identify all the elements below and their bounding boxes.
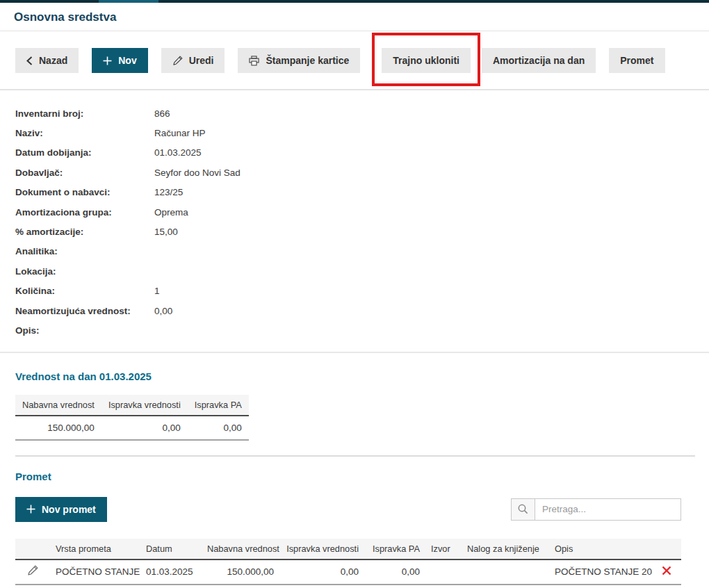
field-label: Dokument o nabavci: xyxy=(15,187,154,197)
cell-opis: POČETNO STANJE 2025 xyxy=(549,560,652,585)
back-button[interactable]: Nazad xyxy=(15,48,79,73)
field-value: Oprema xyxy=(154,207,188,218)
field-row-datum-dobijanja: Datum dobijanja: 01.03.2025 xyxy=(15,143,695,163)
cell-nabavna-vrednost: 150.000,00 xyxy=(202,560,279,585)
toolbar: Nazad Nov Uredi Štampanje kartice Trajno… xyxy=(0,31,709,90)
field-label: Dobavljač: xyxy=(15,168,154,178)
field-row-neamortizujuca-vrednost: Neamortizujuća vrednost: 0,00 xyxy=(15,301,695,320)
field-row-dobavljac: Dobavljač: Seyfor doo Novi Sad xyxy=(15,163,695,182)
field-label: Naziv: xyxy=(15,128,154,138)
row-delete-button[interactable] xyxy=(660,564,674,580)
search-icon xyxy=(512,499,535,520)
top-bar-segment xyxy=(99,0,158,3)
remove-button-annotation-wrap: Trajno ukloniti xyxy=(382,48,471,73)
remove-permanently-button-label: Trajno ukloniti xyxy=(393,55,459,66)
cell-ispravka-pa: 0,00 xyxy=(364,560,425,585)
search-input[interactable] xyxy=(535,499,681,520)
promet-controls-row: Nov promet xyxy=(15,497,681,522)
promet-table: Vrsta prometa Datum Nabavna vrednost Isp… xyxy=(15,539,681,585)
col-nalog-za-knjizenje: Nalog za knjiženje xyxy=(462,539,549,560)
value-table: Nabavna vrednost Ispravka vrednosti Ispr… xyxy=(15,395,249,441)
field-value: 866 xyxy=(154,108,170,119)
cell-ispravka-vrednosti: 0,00 xyxy=(101,416,188,440)
cell-nalog-za-knjizenje xyxy=(462,560,549,585)
value-on-date-title: Vrednost na dan 01.03.2025 xyxy=(15,370,695,382)
new-button[interactable]: Nov xyxy=(92,48,147,73)
page-header: Osnovna sredstva xyxy=(0,3,709,31)
field-row-lokacija: Lokacija: xyxy=(15,261,695,281)
value-table-row: 150.000,00 0,00 0,00 xyxy=(15,416,249,440)
field-value: 1 xyxy=(154,286,160,296)
col-izvor: Izvor xyxy=(425,539,462,560)
col-ispravka-vrednosti: Ispravka vrednosti xyxy=(101,395,188,416)
remove-permanently-button[interactable]: Trajno ukloniti xyxy=(382,48,471,73)
amortization-on-date-button[interactable]: Amortizacija na dan xyxy=(482,48,596,73)
amortization-on-date-button-label: Amortizacija na dan xyxy=(493,55,585,66)
printer-icon xyxy=(249,56,259,66)
promet-table-header-row: Vrsta prometa Datum Nabavna vrednost Isp… xyxy=(15,539,681,560)
field-value: Seyfor doo Novi Sad xyxy=(154,168,241,178)
field-row-naziv: Naziv: Računar HP xyxy=(15,123,695,142)
value-on-date-section: Vrednost na dan 01.03.2025 Nabavna vredn… xyxy=(0,353,709,457)
col-ispravka-vrednosti: Ispravka vrednosti xyxy=(279,539,364,560)
plus-icon xyxy=(26,505,35,514)
print-card-button-label: Štampanje kartice xyxy=(266,55,349,66)
col-vrsta-prometa: Vrsta prometa xyxy=(50,539,140,560)
field-row-analitika: Analitika: xyxy=(15,242,695,261)
search-box xyxy=(511,498,681,521)
col-opis: Opis xyxy=(549,539,652,560)
row-edit-button[interactable] xyxy=(26,564,40,580)
field-row-kolicina: Količina: 1 xyxy=(15,281,695,301)
field-value: 0,00 xyxy=(154,306,172,316)
top-browser-bar xyxy=(0,0,709,3)
plus-icon xyxy=(103,56,112,65)
field-label: Lokacija: xyxy=(15,266,154,277)
page-title: Osnovna sredstva xyxy=(14,10,116,24)
field-value: 123/25 xyxy=(154,187,183,197)
col-edit xyxy=(15,539,50,560)
back-button-label: Nazad xyxy=(39,55,67,66)
field-row-dokument-o-nabavci: Dokument o nabavci: 123/25 xyxy=(15,183,695,202)
field-value: Računar HP xyxy=(154,128,206,138)
field-label: Datum dobijanja: xyxy=(15,147,154,158)
asset-details: Inventarni broj: 866 Naziv: Računar HP D… xyxy=(0,90,709,353)
col-nabavna-vrednost: Nabavna vrednost xyxy=(15,395,101,416)
col-ispravka-pa: Ispravka PA xyxy=(188,395,249,416)
col-nabavna-vrednost: Nabavna vrednost xyxy=(202,539,279,560)
new-turnover-button-label: Nov promet xyxy=(42,504,96,515)
pencil-icon xyxy=(27,565,38,578)
cell-ispravka-pa: 0,00 xyxy=(188,416,249,440)
col-ispravka-pa: Ispravka PA xyxy=(364,539,425,560)
field-label: Amortizaciona grupa: xyxy=(15,207,154,218)
field-row-opis: Opis: xyxy=(15,320,695,340)
turnover-button-label: Promet xyxy=(620,55,653,66)
field-value: 01.03.2025 xyxy=(154,147,202,158)
new-turnover-button[interactable]: Nov promet xyxy=(15,497,107,522)
col-delete xyxy=(652,539,681,560)
print-card-button[interactable]: Štampanje kartice xyxy=(238,48,360,73)
cell-izvor xyxy=(425,560,462,585)
edit-button[interactable]: Uredi xyxy=(161,48,225,73)
promet-section: Promet Nov promet Vrsta prometa Datum xyxy=(0,457,709,585)
chevron-left-icon xyxy=(26,56,33,65)
turnover-button[interactable]: Promet xyxy=(609,48,665,73)
edit-button-label: Uredi xyxy=(189,55,214,66)
field-value: 15,00 xyxy=(154,227,178,237)
field-label: Neamortizujuća vrednost: xyxy=(15,306,154,316)
field-row-inventarni-broj: Inventarni broj: 866 xyxy=(15,104,695,123)
col-datum: Datum xyxy=(140,539,202,560)
cell-ispravka-vrednosti: 0,00 xyxy=(279,560,364,585)
field-row-amortizaciona-grupa: Amortizaciona grupa: Oprema xyxy=(15,202,695,222)
field-label: Opis: xyxy=(15,325,154,336)
field-label: Analitika: xyxy=(15,246,154,256)
field-row-procenat-amortizacije: % amortizacije: 15,00 xyxy=(15,222,695,241)
value-table-header-row: Nabavna vrednost Ispravka vrednosti Ispr… xyxy=(15,395,249,416)
promet-table-row: POČETNO STANJE 01.03.2025 150.000,00 0,0… xyxy=(15,560,681,585)
field-label: % amortizacije: xyxy=(15,227,154,237)
new-button-label: Nov xyxy=(118,55,136,66)
delete-x-icon xyxy=(661,565,672,578)
cell-vrsta-prometa: POČETNO STANJE xyxy=(50,560,140,585)
pencil-icon xyxy=(172,56,183,66)
field-label: Količina: xyxy=(15,286,154,296)
cell-nabavna-vrednost: 150.000,00 xyxy=(15,416,101,440)
